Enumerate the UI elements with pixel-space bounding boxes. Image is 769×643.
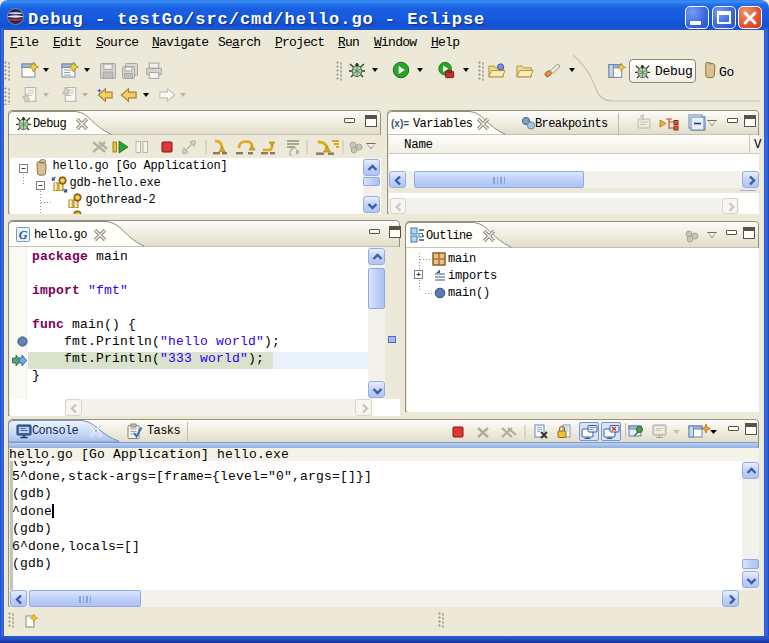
svg-text:G: G: [19, 228, 28, 242]
